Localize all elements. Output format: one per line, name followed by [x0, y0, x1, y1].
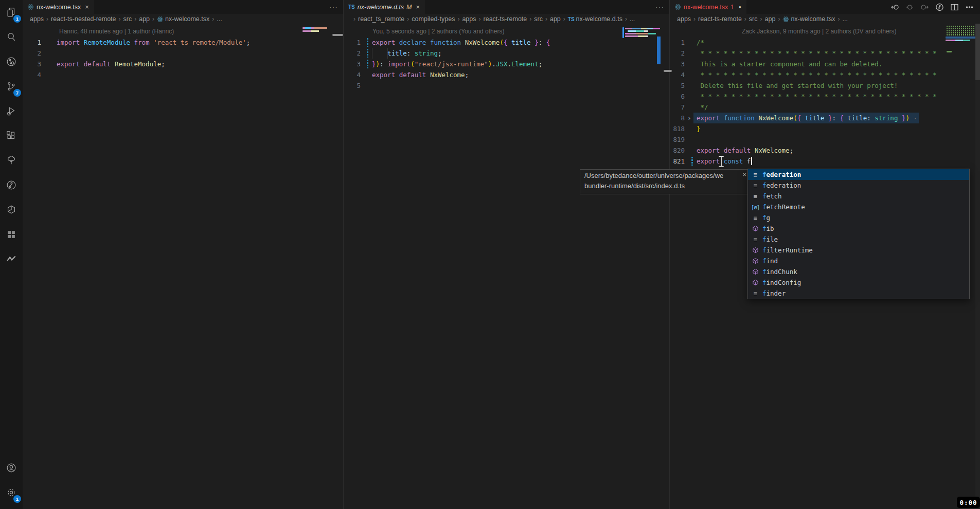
code-line[interactable]: 4 * * * * * * * * * * * * * * * * * * * … [670, 69, 980, 80]
pane-more-actions[interactable]: ··· [655, 0, 664, 14]
suggestion-item[interactable]: fib [748, 223, 969, 234]
remote-graph-icon[interactable] [0, 49, 23, 74]
suggestion-item[interactable]: filterRuntime [748, 245, 969, 256]
code-line[interactable]: 821export const f [670, 156, 980, 167]
code-line[interactable]: 3export default RemoteModule; [23, 59, 343, 69]
breadcrumb-item[interactable]: ... [217, 15, 222, 23]
tab-nx-welcome-tsx[interactable]: nx-welcome.tsx × [23, 0, 94, 14]
breadcrumb-item[interactable]: compiled-types [412, 15, 455, 23]
more-actions-icon[interactable] [965, 3, 974, 12]
breadcrumb-item[interactable]: app [550, 15, 561, 23]
code-line[interactable]: 7 */ [670, 102, 980, 113]
scrollbar-slider[interactable] [975, 24, 980, 80]
suggestion-item[interactable]: findConfig [748, 277, 969, 288]
minimap[interactable] [946, 26, 976, 54]
zigzag-tool-icon[interactable] [0, 247, 23, 271]
suggestion-item[interactable]: ≡file [748, 234, 969, 245]
suggestion-item[interactable]: [ø]fetchRemote [748, 202, 969, 212]
code-text: title: string; [372, 48, 442, 59]
git-blame-annotation: Hanric, 48 minutes ago | 1 author (Hanri… [59, 26, 174, 37]
tab-nx-welcome-dts[interactable]: TS nx-welcome.d.ts M × [344, 0, 425, 14]
suggestion-item[interactable]: ≡federation [748, 169, 969, 180]
code-line[interactable]: 1export declare function NxWelcome({ tit… [344, 37, 669, 48]
breadcrumb-item[interactable]: apps [677, 15, 691, 23]
tab-close-icon[interactable]: × [416, 3, 420, 11]
code-line[interactable]: 820export default NxWelcome; [670, 145, 980, 156]
breadcrumb-separator: › [119, 15, 121, 23]
code-line[interactable]: 3}): import("react/jsx-runtime").JSX.Ele… [344, 59, 669, 69]
line-number: 3 [670, 59, 685, 69]
nav-circle-icon[interactable] [905, 3, 914, 12]
suggestion-item[interactable]: ≡federation [748, 180, 969, 191]
code-line[interactable]: 818} [670, 123, 980, 134]
breadcrumb-item[interactable]: apps [30, 15, 44, 23]
breadcrumb-item[interactable]: apps [462, 15, 476, 23]
dirty-indicator-icon[interactable]: ● [739, 5, 741, 9]
breadcrumb-item[interactable]: react-ts-nested-remote [51, 15, 116, 23]
breadcrumb-item[interactable]: ... [630, 15, 635, 23]
breadcrumb-item[interactable]: react-ts-remote [698, 15, 742, 23]
breadcrumb-item[interactable]: app [139, 15, 150, 23]
settings-gear-icon[interactable]: 1 [0, 480, 23, 505]
code-line[interactable]: 1/* [670, 37, 980, 48]
line-number: 2 [23, 48, 41, 59]
breadcrumb-item[interactable]: src [534, 15, 543, 23]
code-line[interactable]: 8›export function NxWelcome({ title }: {… [670, 113, 980, 123]
tree-tool-icon[interactable] [0, 148, 23, 173]
breadcrumb-separator: › [212, 15, 214, 23]
react-file-icon [157, 16, 164, 23]
hexagon-tool-icon[interactable] [0, 197, 23, 222]
git-graph-icon[interactable] [0, 173, 23, 197]
code-line[interactable]: 5 Delete this file and get started with … [670, 80, 980, 91]
code-editor[interactable]: You, 5 seconds ago | 2 authors (You and … [344, 24, 669, 509]
scrollbar-track[interactable] [975, 24, 980, 509]
suggestion-item[interactable]: findChunk [748, 266, 969, 277]
breadcrumb-item[interactable]: ... [843, 15, 848, 23]
suggestion-label: fetchRemote [762, 203, 805, 211]
code-line[interactable]: 3 This is a starter component and can be… [670, 59, 980, 69]
breadcrumb-item[interactable]: nx-welcome.tsx [157, 15, 209, 23]
split-editor-icon[interactable] [950, 3, 959, 12]
grid-tool-icon[interactable] [0, 222, 23, 247]
code-line[interactable]: 2 [23, 48, 343, 59]
code-line[interactable]: 4 [23, 69, 343, 80]
tab-close-icon[interactable]: × [85, 3, 89, 11]
tab-label: nx-welcome.tsx [37, 4, 81, 11]
search-icon[interactable] [0, 25, 23, 49]
code-text: import RemoteModule from 'react_ts_remot… [57, 37, 250, 48]
nav-back-icon[interactable] [890, 3, 899, 12]
breadcrumb-item[interactable]: src [123, 15, 132, 23]
suggestion-item[interactable]: ≡fg [748, 212, 969, 223]
typescript-file-icon: TS [348, 4, 355, 10]
fold-chevron-icon[interactable]: › [687, 113, 691, 123]
code-line[interactable]: 2 * * * * * * * * * * * * * * * * * * * … [670, 48, 980, 59]
code-editor[interactable]: Hanric, 48 minutes ago | 1 author (Hanri… [23, 24, 343, 509]
nav-forward-icon[interactable] [920, 3, 929, 12]
suggestion-item[interactable]: ≡finder [748, 288, 969, 299]
breadcrumb-item[interactable]: react-ts-remote [484, 15, 527, 23]
breadcrumb-item[interactable]: src [749, 15, 758, 23]
run-debug-icon[interactable] [0, 99, 23, 123]
source-control-icon[interactable]: 7 [0, 74, 23, 99]
explorer-icon[interactable]: 1 [0, 0, 23, 25]
breadcrumb-item[interactable]: nx-welcome.tsx [782, 15, 835, 23]
extensions-icon[interactable] [0, 123, 23, 148]
code-line[interactable]: 1import RemoteModule from 'react_ts_remo… [23, 37, 343, 48]
suggestion-item[interactable]: find [748, 256, 969, 266]
breadcrumb-item[interactable]: react_ts_remote [358, 15, 404, 23]
tab-nx-welcome-tsx-active[interactable]: nx-welcome.tsx 1 ● [670, 0, 746, 14]
code-line[interactable]: 819 [670, 134, 980, 145]
account-icon[interactable] [0, 456, 23, 480]
minimap[interactable] [302, 27, 332, 33]
pane-more-actions[interactable]: ··· [329, 0, 338, 14]
breadcrumb-item[interactable]: TSnx-welcome.d.ts [568, 15, 622, 23]
popup-close-icon[interactable]: × [742, 171, 746, 178]
git-graph-circle-icon[interactable] [935, 3, 944, 12]
suggestion-item[interactable]: ≡fetch [748, 191, 969, 202]
breadcrumb-item[interactable]: app [765, 15, 776, 23]
editor-pane-1: nx-welcome.tsx × ··· apps›react-ts-neste… [23, 0, 344, 509]
code-line[interactable]: 2 title: string; [344, 48, 669, 59]
code-line[interactable]: 5 [344, 80, 669, 91]
code-line[interactable]: 6 * * * * * * * * * * * * * * * * * * * … [670, 91, 980, 102]
code-line[interactable]: 4export default NxWelcome; [344, 69, 669, 80]
